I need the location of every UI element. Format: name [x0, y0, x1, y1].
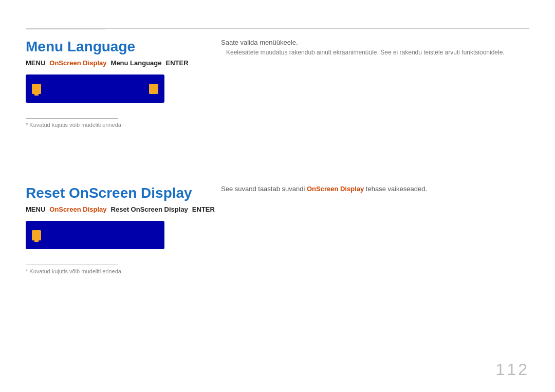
section2-desc-highlight: OnScreen Display: [307, 185, 364, 193]
breadcrumb-menu-2: MENU: [26, 206, 45, 213]
breadcrumb-menu-1: MENU: [26, 59, 45, 67]
section-reset: Reset OnScreen Display MENU OnScreen Dis…: [26, 185, 529, 274]
breadcrumb-link-1: OnScreen Display: [49, 59, 106, 67]
monitor-mockup-1: [26, 74, 164, 103]
section2-description: See suvand taastab suvandi OnScreen Disp…: [221, 185, 529, 193]
monitor-icon-left: [32, 84, 41, 94]
monitor-mockup-2: [26, 221, 164, 249]
section2-divider: [26, 265, 118, 265]
section2-footnote: * Kuvatud kujutis võib mudeliti erineda.: [26, 268, 529, 274]
breadcrumb-enter-1: ENTER: [166, 59, 189, 67]
section1-desc-main: Saate valida menüükeele.: [221, 39, 529, 46]
section1-breadcrumb: MENU OnScreen Display Menu Language ENTE…: [26, 59, 529, 67]
breadcrumb-current-2: Reset OnScreen Display: [111, 206, 188, 213]
breadcrumb-current-1: Menu Language: [111, 59, 162, 67]
monitor-icon-single: [32, 230, 41, 240]
section1-divider: [26, 118, 118, 119]
section1-description: Saate valida menüükeele. Keelesätete muu…: [221, 39, 529, 56]
section2-desc-before: See suvand taastab suvandi: [221, 185, 307, 193]
monitor-icon-right: [149, 84, 158, 94]
section2-breadcrumb: MENU OnScreen Display Reset OnScreen Dis…: [26, 206, 529, 213]
page-number: 112: [496, 360, 529, 379]
section2-desc-after: tehase vaikeseaded.: [364, 185, 427, 193]
top-divider: [26, 28, 529, 29]
breadcrumb-enter-2: ENTER: [192, 206, 215, 213]
breadcrumb-link-2: OnScreen Display: [49, 206, 106, 213]
section1-desc-sub: Keelesätete muudatus rakendub ainult ekr…: [221, 49, 529, 56]
section1-footnote: * Kuvatud kujutis võib mudeliti erineda.: [26, 122, 529, 128]
section2-desc-text: See suvand taastab suvandi OnScreen Disp…: [221, 185, 529, 193]
page-container: Menu Language MENU OnScreen Display Menu…: [0, 0, 555, 392]
